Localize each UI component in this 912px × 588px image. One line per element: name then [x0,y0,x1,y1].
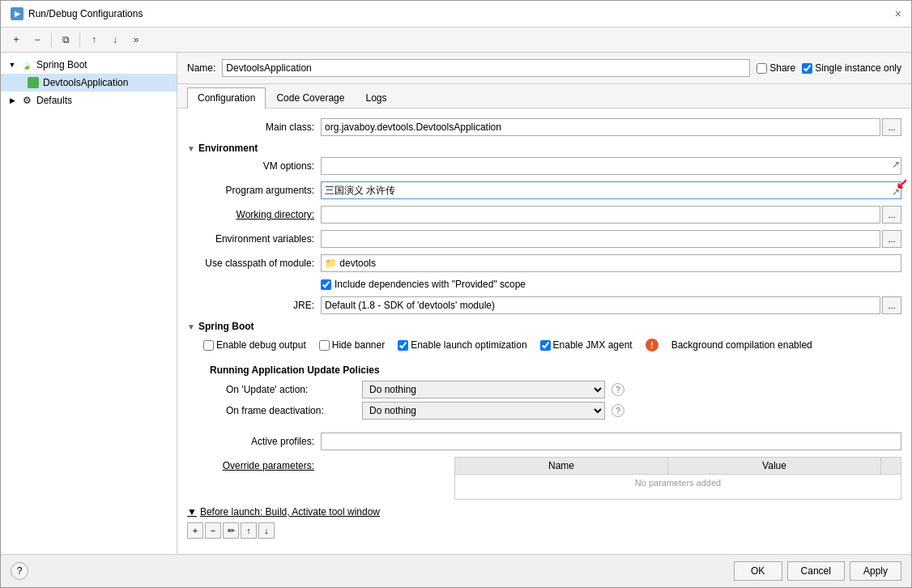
hide-banner-label: Hide banner [332,339,385,351]
toolbar-separator-2 [79,32,80,47]
classpath-select[interactable]: 📁 devtools [321,254,901,272]
defaults-icon: ⚙ [20,94,33,107]
jre-select-group: Default (1.8 - SDK of 'devtools' module) [321,296,880,314]
before-launch-toolbar: + − ✏ ↑ ↓ [187,521,901,540]
on-frame-row: On frame deactivation: Do nothing Update… [226,402,895,420]
before-launch-remove-button[interactable]: − [205,522,221,539]
jmx-info-icon[interactable]: ! [646,339,658,352]
app-icon [27,76,40,89]
working-dir-row: Working directory: ... [187,206,901,224]
working-dir-select-group [321,206,880,224]
copy-button[interactable]: ⧉ [57,31,75,49]
override-params-row: Override parameters: Name Value No param… [187,457,901,500]
on-update-help-icon[interactable]: ? [612,383,624,396]
working-dir-browse-button[interactable]: ... [882,206,901,224]
cancel-button[interactable]: Cancel [787,561,845,581]
expand-vm-icon[interactable]: ↗ [892,159,900,170]
sidebar-item-defaults[interactable]: ▶ ⚙ Defaults [1,92,177,109]
spring-boot-section: ▼ Spring Boot Enable debug output Hide b… [187,321,901,426]
jre-input-group: Default (1.8 - SDK of 'devtools' module)… [321,296,901,314]
toolbar-separator [51,32,52,47]
before-launch-add-button[interactable]: + [187,522,203,539]
close-button[interactable]: × [895,7,901,20]
main-class-input-group: ... [321,118,901,136]
before-launch-edit-button[interactable]: ✏ [223,522,239,539]
help-button[interactable]: ? [11,562,28,580]
params-scroll-col [881,458,901,474]
ok-button[interactable]: OK [734,561,782,581]
title-bar-left: ▶ Run/Debug Configurations [11,7,143,20]
share-checkbox[interactable] [756,63,767,74]
apply-button[interactable]: Apply [850,561,901,581]
on-frame-select[interactable]: Do nothing Update classes and resources … [362,402,605,420]
jre-browse-button[interactable]: ... [882,296,901,314]
env-vars-browse-button[interactable]: ... [882,230,901,248]
hide-banner-checkbox[interactable] [319,340,330,351]
program-args-input[interactable] [321,181,901,199]
include-deps-checkbox[interactable] [321,279,331,290]
tab-logs[interactable]: Logs [355,87,397,108]
enable-debug-checkbox[interactable] [203,340,214,351]
environment-label: Environment [198,143,258,154]
toolbar: + − ⧉ ↑ ↓ » [1,28,911,53]
sidebar-item-spring-boot[interactable]: ▼ 🍃 Spring Boot [1,56,177,74]
defaults-label: Defaults [36,95,72,106]
spring-boot-options: Enable debug output Hide banner Enable l… [203,335,901,355]
sidebar-item-devtools-app[interactable]: DevtoolsApplication [1,74,177,92]
enable-debug-label: Enable debug output [216,339,306,351]
enable-launch-checkbox[interactable] [398,340,408,351]
window-icon: ▶ [11,7,23,20]
run-debug-configurations-window: ▶ Run/Debug Configurations × + − ⧉ ↑ ↓ »… [0,0,912,588]
jre-row: JRE: Default (1.8 - SDK of 'devtools' mo… [187,296,901,314]
on-update-row: On 'Update' action: Do nothing Update cl… [226,381,895,398]
main-class-row: Main class: ... [187,118,901,136]
spring-boot-collapse-icon[interactable]: ▼ [187,322,195,331]
params-table-header: Name Value [455,458,901,475]
name-label: Name: [187,62,215,74]
before-launch-up-button[interactable]: ↑ [241,522,257,539]
env-vars-input[interactable] [321,230,880,248]
classpath-input-group: 📁 devtools [321,254,901,272]
name-row: Name: Share Single instance only [177,53,911,84]
active-profiles-input[interactable] [321,432,901,450]
classpath-row: Use classpath of module: 📁 devtools [187,254,901,272]
enable-jmx-option: Enable JMX agent [540,339,633,351]
tab-code-coverage[interactable]: Code Coverage [266,87,355,108]
override-params-label: Override parameters: [187,457,321,471]
move-down-button[interactable]: ↓ [106,31,124,49]
more-button[interactable]: » [127,31,145,49]
before-launch-expand-icon: ▼ [187,506,197,518]
hide-banner-option: Hide banner [319,339,385,351]
params-name-col: Name [455,458,668,474]
config-panel: Main class: ... ▼ Environment VM options… [177,109,911,554]
move-up-button[interactable]: ↑ [85,31,103,49]
vm-options-input[interactable] [321,157,901,175]
working-dir-input-group: ... [321,206,901,224]
tab-configuration[interactable]: Configuration [187,87,266,109]
jre-select[interactable]: Default (1.8 - SDK of 'devtools' module) [321,296,880,314]
main-class-input[interactable] [321,118,880,136]
working-dir-label: Working directory: [187,209,321,220]
classpath-select-group: 📁 devtools [321,254,901,272]
on-frame-help-icon[interactable]: ? [612,404,624,417]
params-table-container: Name Value No parameters added [321,457,901,500]
enable-jmx-checkbox[interactable] [540,340,551,351]
add-button[interactable]: + [7,31,25,49]
single-instance-checkbox[interactable] [802,63,812,74]
classpath-label: Use classpath of module: [187,258,321,269]
before-launch-down-button[interactable]: ↓ [258,522,275,539]
name-input[interactable] [222,59,750,77]
working-dir-select[interactable] [321,206,880,224]
vm-options-label: VM options: [187,160,321,172]
on-update-select[interactable]: Do nothing Update classes and resources … [362,381,605,398]
right-panel: Name: Share Single instance only Configu… [177,53,911,554]
spring-boot-icon: 🍃 [20,58,33,71]
expand-args-icon[interactable]: ↗ [892,186,900,198]
env-vars-label: Environment variables: [187,233,321,245]
on-frame-label: On frame deactivation: [226,405,356,416]
environment-collapse-icon[interactable]: ▼ [187,144,195,153]
before-launch-header[interactable]: ▼ Before launch: Build, Activate tool wi… [187,506,901,518]
on-update-label: On 'Update' action: [226,384,356,395]
remove-button[interactable]: − [28,31,46,49]
main-class-browse-button[interactable]: ... [882,118,901,136]
